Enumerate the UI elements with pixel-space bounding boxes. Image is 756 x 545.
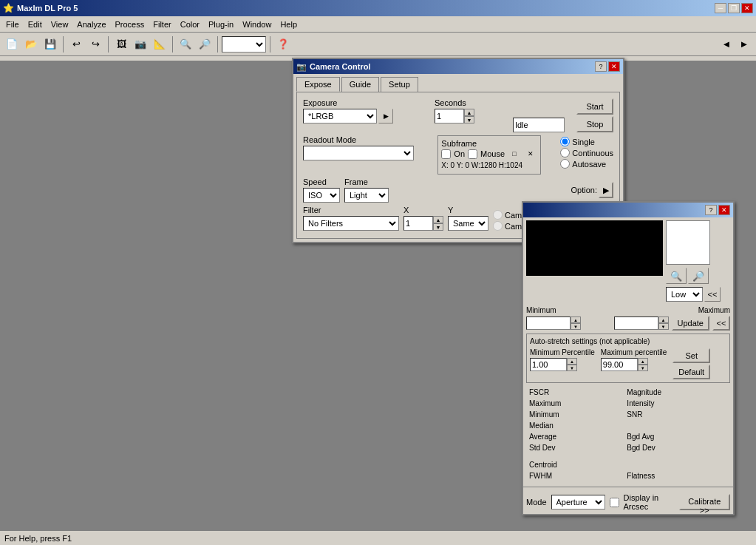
toolbar-zoom-in[interactable]: 🔍	[177, 35, 194, 53]
subframe-btn1[interactable]: □	[508, 148, 521, 160]
stop-button[interactable]: Stop	[576, 116, 613, 132]
x-spin-down[interactable]: ▼	[433, 223, 443, 231]
radio-autosave-input[interactable]	[560, 159, 570, 169]
radio-continuous-label: Continuous	[572, 149, 613, 158]
max-pct-spin-up[interactable]: ▲	[638, 358, 648, 365]
seconds-spin-up[interactable]: ▲	[464, 109, 474, 116]
radio-single-input[interactable]	[560, 137, 570, 146]
filter-label: Filter	[303, 206, 321, 214]
menu-process[interactable]: Process	[111, 18, 149, 30]
toolbar-nav-right[interactable]: ►	[735, 35, 753, 53]
x-input[interactable]	[403, 216, 433, 231]
exposure-select[interactable]: *LRGB	[303, 109, 377, 123]
start-button[interactable]: Start	[576, 98, 613, 115]
subframe-on-label: On	[454, 149, 465, 158]
toolbar-new[interactable]: 📄	[3, 35, 21, 53]
menu-file[interactable]: File	[1, 18, 24, 30]
speed-select[interactable]: ISO	[303, 188, 340, 203]
menu-plugin[interactable]: Plug-in	[204, 18, 238, 30]
toolbar-undo[interactable]: ↩	[67, 35, 85, 53]
minimize-button[interactable]: ─	[715, 3, 726, 13]
tab-guide[interactable]: Guide	[341, 77, 379, 92]
exposure-label: Exposure	[303, 98, 430, 107]
min-pct-label: Minimum Percentile	[530, 348, 595, 356]
menu-window[interactable]: Window	[238, 18, 276, 30]
status-display	[513, 118, 565, 132]
default-btn[interactable]: Default	[672, 365, 710, 379]
mode-select[interactable]: Aperture PSF Gaussian	[551, 495, 605, 510]
calibrate-btn[interactable]: Calibrate >>	[679, 494, 730, 510]
readout-mode-select[interactable]	[303, 146, 414, 160]
dialog-help-btn[interactable]: ?	[595, 61, 607, 72]
menu-color[interactable]: Color	[176, 18, 204, 30]
zoom-in-btn[interactable]: 🔍	[666, 268, 687, 284]
stat-std-dev: Std Dev	[528, 443, 624, 453]
dialog-close-btn[interactable]: ✕	[608, 61, 620, 72]
min-spin-down[interactable]: ▼	[571, 323, 581, 330]
max-pct-spin-down[interactable]: ▼	[638, 365, 648, 371]
set-btn[interactable]: Set	[672, 348, 710, 363]
seconds-input[interactable]	[435, 109, 464, 123]
min-pct-input[interactable]	[530, 358, 567, 371]
low-select[interactable]: Low	[666, 287, 703, 302]
toolbar-image[interactable]: 🖼	[112, 35, 130, 53]
zoom-select[interactable]	[222, 36, 266, 53]
min-pct-spin-up[interactable]: ▲	[567, 358, 577, 365]
zoom-out-btn[interactable]: 🔎	[688, 268, 709, 284]
app-title: MaxIm DL Pro 5	[17, 4, 78, 13]
max-spin-down[interactable]: ▼	[658, 323, 669, 330]
exposure-play-btn[interactable]: ▶	[378, 109, 393, 123]
toolbar-zoom-out[interactable]: 🔎	[196, 35, 214, 53]
update-btn[interactable]: Update	[672, 316, 709, 331]
subframe-coords: X: 0 Y: 0 W:1280 H:1024	[441, 161, 522, 169]
status-text: For Help, press F1	[4, 534, 72, 543]
stat-magnitude: Magnitude	[625, 387, 729, 397]
menu-filter[interactable]: Filter	[149, 18, 175, 30]
max-pct-input[interactable]	[601, 358, 638, 371]
menu-edit[interactable]: Edit	[24, 18, 47, 30]
stat-centroid: Centroid	[528, 460, 624, 470]
stretch-help-btn[interactable]: ?	[705, 205, 717, 215]
radio-camera2-input[interactable]	[493, 221, 503, 231]
menu-analyze[interactable]: Analyze	[72, 18, 110, 30]
toolbar-camera[interactable]: 📷	[132, 35, 149, 53]
nav-left-btn[interactable]: <<	[712, 316, 730, 331]
subframe-mouse-check[interactable]	[468, 149, 477, 159]
max-spin-up[interactable]: ▲	[658, 316, 669, 323]
radio-continuous-input[interactable]	[560, 148, 570, 158]
frame-select[interactable]: Light	[344, 188, 389, 203]
restore-button[interactable]: ❐	[728, 3, 740, 13]
min-pct-spin-down[interactable]: ▼	[567, 365, 577, 371]
toolbar-help[interactable]: ❓	[274, 35, 292, 53]
radio-autosave-label: Autosave	[572, 160, 606, 169]
radio-camera1-input[interactable]	[493, 210, 503, 220]
frame-label: Frame	[344, 177, 368, 186]
max-pct-label: Maximum percentile	[601, 348, 667, 356]
stretch-dialog-title: ? ✕	[523, 203, 733, 217]
menu-help[interactable]: Help	[276, 18, 302, 30]
menu-view[interactable]: View	[47, 18, 73, 30]
subframe-btn2[interactable]: ✕	[524, 148, 537, 160]
toolbar-redo[interactable]: ↪	[86, 35, 104, 53]
min-spin-up[interactable]: ▲	[571, 316, 581, 323]
y-select[interactable]: Same	[448, 216, 488, 231]
options-arrow-btn[interactable]: ▶	[599, 182, 613, 198]
x-spin-up[interactable]: ▲	[433, 216, 443, 223]
stat-fwhm: FWHM	[528, 471, 624, 481]
max-input[interactable]	[614, 316, 658, 330]
toolbar-open[interactable]: 📂	[22, 35, 40, 53]
filter-select[interactable]: No Filters	[303, 216, 399, 231]
toolbar-save[interactable]: 💾	[41, 35, 59, 53]
stretch-nav-btn[interactable]: <<	[704, 287, 721, 302]
seconds-spin-down[interactable]: ▼	[464, 116, 474, 123]
display-arcsec-check[interactable]	[610, 498, 619, 507]
toolbar-nav-left[interactable]: ◄	[718, 35, 735, 53]
seconds-label: Seconds	[435, 98, 508, 107]
min-input[interactable]	[526, 316, 571, 330]
stretch-close-btn[interactable]: ✕	[718, 205, 730, 215]
close-button[interactable]: ✕	[741, 3, 753, 13]
subframe-on-check[interactable]	[441, 149, 451, 159]
toolbar-measure[interactable]: 📐	[151, 35, 168, 53]
tab-setup[interactable]: Setup	[381, 77, 418, 92]
tab-expose[interactable]: Expose	[296, 77, 340, 92]
